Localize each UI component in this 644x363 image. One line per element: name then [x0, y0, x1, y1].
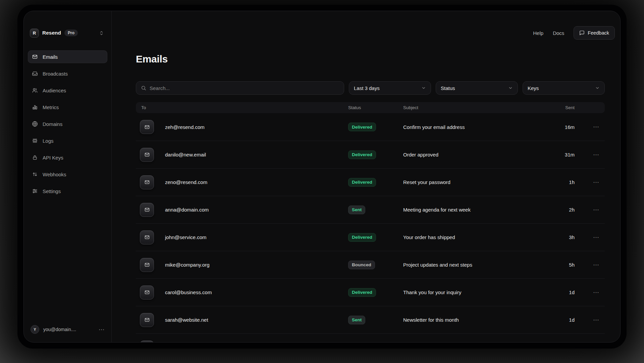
app-window: R Resend Pro Emails Broadcasts Audiences…	[17, 5, 627, 349]
recipient-email: danilo@new.email	[165, 152, 206, 157]
sidebar-nav: Emails Broadcasts Audiences Metrics Doma…	[28, 50, 107, 197]
inbox-icon	[32, 71, 38, 77]
email-subject: Thank you for your inquiry	[403, 289, 544, 295]
keys-select[interactable]: Keys	[523, 81, 605, 95]
sidebar-item-broadcasts[interactable]: Broadcasts	[28, 67, 107, 80]
sent-time: 1h	[544, 179, 575, 185]
globe-icon	[32, 121, 38, 127]
email-subject: Project updates and next steps	[403, 262, 544, 268]
email-subject: Confirm your email address	[403, 124, 544, 130]
users-icon	[32, 87, 38, 93]
table-row[interactable]: carol@business.com Delivered Thank you f…	[136, 278, 605, 306]
recipient-email: zeno@resend.com	[165, 179, 207, 185]
message-square-icon	[579, 30, 585, 36]
row-actions-button[interactable]: ⋯	[575, 151, 599, 158]
search-input[interactable]	[150, 85, 339, 91]
chevron-down-icon	[508, 86, 513, 90]
account-menu[interactable]: Y you@domain.... ⋯	[28, 323, 107, 336]
recipient-email: carol@business.com	[165, 289, 212, 295]
mail-icon	[140, 313, 154, 327]
column-sent: Sent	[544, 105, 575, 110]
filter-bar: Last 3 days Status Keys	[136, 81, 605, 95]
sidebar-item-domains[interactable]: Domains	[28, 118, 107, 130]
workspace-name: Resend	[42, 30, 61, 36]
row-actions-button[interactable]: ⋯	[575, 261, 599, 269]
email-table-body: zeh@resend.com Delivered Confirm your em…	[136, 113, 605, 343]
email-subject: Reset your password	[403, 179, 544, 185]
row-actions-button[interactable]: ⋯	[575, 123, 599, 131]
mail-icon	[32, 54, 38, 60]
row-actions-button[interactable]: ⋯	[575, 179, 599, 186]
status-badge: Bounced	[348, 261, 375, 269]
mail-icon	[140, 120, 154, 134]
mail-icon	[140, 148, 154, 162]
column-subject: Subject	[403, 105, 544, 110]
sidebar-item-settings[interactable]: Settings	[28, 185, 107, 197]
email-subject: Newsletter for this month	[403, 317, 544, 323]
recipient-email: john@service.com	[165, 234, 207, 240]
rows-icon	[32, 138, 38, 144]
lock-icon	[32, 154, 38, 161]
table-row[interactable]: mike@company.org Bounced Project updates…	[136, 251, 605, 278]
recipient-email: zeh@resend.com	[165, 124, 205, 130]
row-actions-button[interactable]: ⋯	[575, 316, 599, 324]
sent-time: 5h	[544, 262, 575, 268]
mail-icon	[140, 175, 154, 189]
page-title: Emails	[136, 53, 605, 65]
search-icon	[141, 85, 146, 91]
email-subject: Your order has shipped	[403, 234, 544, 240]
docs-link[interactable]: Docs	[553, 30, 564, 36]
backdrop: R Resend Pro Emails Broadcasts Audiences…	[0, 0, 644, 363]
column-to: To	[141, 105, 348, 110]
chevron-down-icon	[421, 86, 426, 90]
recipient-email: anna@domain.com	[165, 207, 209, 213]
row-actions-button[interactable]: ⋯	[575, 206, 599, 214]
content: Emails Last 3 days	[112, 40, 620, 343]
feedback-button[interactable]: Feedback	[574, 26, 615, 40]
mail-icon	[140, 285, 154, 300]
table-row[interactable]: anna@domain.com Sent Meeting agenda for …	[136, 196, 605, 223]
sidebar-item-audiences[interactable]: Audiences	[28, 84, 107, 97]
mail-icon	[140, 341, 154, 343]
table-row[interactable]: john@service.com Delivered Your order ha…	[136, 223, 605, 251]
search-box	[136, 81, 344, 95]
sent-time: 2h	[544, 207, 575, 213]
bar-chart-icon	[32, 104, 38, 110]
sidebar-item-emails[interactable]: Emails	[28, 50, 107, 63]
sent-time: 1d	[544, 317, 575, 323]
email-subject: Order approved	[403, 152, 544, 157]
resend-app: R Resend Pro Emails Broadcasts Audiences…	[23, 11, 621, 343]
status-badge: Delivered	[348, 150, 376, 159]
sidebar-item-metrics[interactable]: Metrics	[28, 101, 107, 114]
ellipsis-icon[interactable]: ⋯	[99, 326, 105, 333]
plan-badge: Pro	[64, 30, 78, 36]
sent-time: 3h	[544, 234, 575, 240]
sidebar-item-webhooks[interactable]: Webhooks	[28, 168, 107, 181]
sent-time: 16m	[544, 124, 575, 130]
table-row[interactable]: zeno@resend.com Delivered Reset your pas…	[136, 168, 605, 196]
avatar: Y	[31, 325, 39, 334]
help-link[interactable]: Help	[533, 30, 543, 36]
status-badge: Delivered	[348, 178, 376, 187]
recipient-email: mike@company.org	[165, 262, 210, 268]
column-status: Status	[348, 105, 403, 110]
table-row[interactable]: danilo@new.email Delivered Order approve…	[136, 141, 605, 168]
account-email: you@domain....	[43, 327, 76, 332]
workspace-switcher[interactable]: R Resend Pro	[28, 26, 107, 40]
table-row[interactable]: sarah@website.net Sent Newsletter for th…	[136, 306, 605, 333]
date-range-select[interactable]: Last 3 days	[349, 81, 431, 95]
sliders-icon	[32, 188, 38, 194]
email-subject: Meeting agenda for next week	[403, 207, 544, 213]
sidebar-item-api-keys[interactable]: API Keys	[28, 151, 107, 164]
mail-icon	[140, 258, 154, 272]
sidebar-item-logs[interactable]: Logs	[28, 134, 107, 147]
status-select[interactable]: Status	[436, 81, 518, 95]
table-row[interactable]: zeh@resend.com Delivered Confirm your em…	[136, 113, 605, 141]
status-badge: Delivered	[348, 233, 376, 242]
topbar: Help Docs Feedback	[112, 26, 615, 40]
table-header: To Status Subject Sent	[136, 102, 605, 113]
row-actions-button[interactable]: ⋯	[575, 234, 599, 241]
table-row[interactable]: Delivered	[136, 333, 605, 343]
row-actions-button[interactable]: ⋯	[575, 289, 599, 296]
chevrons-up-down-icon	[99, 31, 104, 36]
